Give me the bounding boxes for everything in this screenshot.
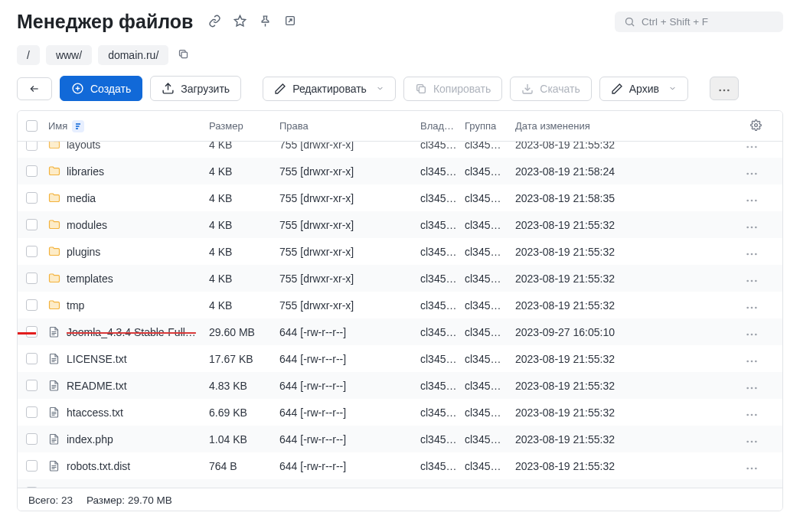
star-icon[interactable]	[233, 15, 247, 30]
cell-size: 17.67 KB	[206, 353, 276, 365]
archive-button[interactable]: Архив	[599, 77, 688, 101]
table-row[interactable]: htaccess.txt6.69 KB644 [-rw-r--r--]cl345…	[18, 399, 782, 426]
copy-path-icon[interactable]	[175, 45, 192, 65]
row-actions-icon[interactable]	[742, 219, 762, 231]
cell-owner: cl345…	[417, 380, 462, 392]
table-row[interactable]: web.config.txt2.90 KB644 [-rw-r--r--]cl3…	[18, 479, 782, 488]
table-row[interactable]: index.php1.04 KB644 [-rw-r--r--]cl345…cl…	[18, 426, 782, 452]
edit-button[interactable]: Редактировать	[263, 77, 396, 101]
svg-point-30	[755, 199, 757, 201]
download-label: Скачать	[540, 83, 580, 95]
row-actions-icon[interactable]	[742, 246, 762, 258]
table-body[interactable]: layouts4 KB755 [drwxr-xr-x]cl345…cl345…2…	[18, 142, 782, 488]
download-button[interactable]: Скачать	[510, 77, 592, 101]
cell-modified: 2023-08-19 21:55:32	[512, 142, 742, 151]
cell-perms: 644 [-rw-r--r--]	[276, 487, 417, 488]
table-row[interactable]: tmp4 KB755 [drwxr-xr-x]cl345…cl345…2023-…	[18, 292, 782, 318]
row-checkbox[interactable]	[26, 380, 38, 391]
svg-point-5	[626, 18, 633, 25]
cell-modified: 2023-08-19 21:55:32	[512, 246, 742, 258]
table-row[interactable]: plugins4 KB755 [drwxr-xr-x]cl345…cl345…2…	[18, 238, 782, 265]
cell-group: cl345…	[462, 165, 512, 178]
cell-group: cl345…	[462, 487, 512, 488]
cell-modified: 2023-09-27 16:05:10	[512, 326, 742, 338]
row-checkbox[interactable]	[26, 433, 38, 445]
column-group[interactable]: Группа	[462, 120, 512, 132]
column-perms[interactable]: Права	[276, 120, 417, 132]
table-row[interactable]: libraries4 KB755 [drwxr-xr-x]cl345…cl345…	[18, 158, 782, 184]
crumb-www[interactable]: www/	[46, 45, 92, 65]
more-button[interactable]	[710, 77, 739, 100]
column-owner[interactable]: Владе…	[417, 120, 462, 132]
chevron-down-icon	[376, 84, 384, 93]
table-row[interactable]: modules4 KB755 [drwxr-xr-x]cl345…cl345…2…	[18, 211, 782, 238]
table-header: Имя Размер Права Владе… Группа Дата изме…	[18, 111, 782, 142]
row-actions-icon[interactable]	[742, 142, 762, 151]
file-icon	[48, 353, 60, 365]
row-checkbox[interactable]	[26, 165, 38, 177]
link-icon[interactable]	[208, 15, 221, 30]
row-actions-icon[interactable]	[742, 433, 762, 446]
table-row[interactable]: templates4 KB755 [drwxr-xr-x]cl345…cl345…	[18, 265, 782, 292]
row-checkbox[interactable]	[26, 246, 38, 257]
row-checkbox[interactable]	[26, 353, 38, 364]
cell-owner: cl345…	[417, 142, 462, 151]
row-actions-icon[interactable]	[742, 192, 762, 204]
column-name[interactable]: Имя	[45, 120, 206, 132]
row-actions-icon[interactable]	[742, 326, 762, 338]
file-name: index.php	[67, 433, 113, 446]
row-actions-icon[interactable]	[742, 273, 762, 285]
copy-button[interactable]: Копировать	[403, 77, 502, 101]
svg-rect-13	[419, 86, 425, 93]
cell-group: cl345…	[462, 406, 512, 419]
search-input[interactable]: Ctrl + Shift + F	[615, 11, 783, 32]
cell-owner: cl345…	[417, 406, 462, 419]
table-row[interactable]: LICENSE.txt17.67 KB644 [-rw-r--r--]cl345…	[18, 345, 782, 372]
upload-button[interactable]: Загрузить	[150, 76, 241, 101]
row-checkbox[interactable]	[26, 460, 38, 472]
table-row[interactable]: robots.txt.dist764 B644 [-rw-r--r--]cl34…	[18, 452, 782, 479]
column-modified[interactable]: Дата изменения	[512, 120, 742, 132]
row-checkbox[interactable]	[26, 299, 38, 311]
folder-icon	[48, 219, 60, 231]
cell-modified: 2023-08-19 21:55:32	[512, 219, 742, 231]
cell-perms: 755 [drwxr-xr-x]	[276, 299, 417, 312]
pin-icon[interactable]	[259, 15, 272, 30]
row-actions-icon[interactable]	[742, 487, 762, 488]
cell-group: cl345…	[462, 273, 512, 285]
external-icon[interactable]	[284, 15, 296, 29]
row-actions-icon[interactable]	[742, 353, 762, 365]
back-button[interactable]	[17, 77, 52, 100]
create-button[interactable]: Создать	[60, 76, 142, 101]
row-checkbox[interactable]	[26, 192, 38, 204]
row-actions-icon[interactable]	[742, 460, 762, 472]
row-actions-icon[interactable]	[742, 165, 762, 178]
svg-point-15	[719, 90, 721, 92]
cell-owner: cl345…	[417, 460, 462, 472]
select-all-checkbox[interactable]	[26, 120, 38, 132]
svg-point-53	[751, 413, 753, 416]
cell-size: 4.83 KB	[206, 380, 276, 392]
row-checkbox[interactable]	[26, 273, 38, 284]
svg-point-44	[751, 333, 753, 335]
crumb-root[interactable]: /	[17, 45, 40, 65]
row-checkbox[interactable]	[26, 219, 38, 230]
column-size[interactable]: Размер	[206, 120, 276, 132]
crumb-domain[interactable]: domain.ru/	[98, 45, 168, 65]
table-footer: Всего: 23 Размер: 29.70 MB	[18, 488, 782, 511]
file-name: robots.txt.dist	[67, 460, 130, 472]
row-actions-icon[interactable]	[742, 406, 762, 419]
table-row[interactable]: layouts4 KB755 [drwxr-xr-x]cl345…cl345…2…	[18, 142, 782, 158]
row-actions-icon[interactable]	[742, 299, 762, 312]
folder-icon	[48, 142, 60, 151]
table-row[interactable]: media4 KB755 [drwxr-xr-x]cl345…cl345…202…	[18, 184, 782, 211]
row-checkbox[interactable]	[26, 487, 38, 488]
table-row[interactable]: Joomla_4.3.4 Stable-Full…29.60 MB644 [-r…	[18, 318, 782, 345]
row-checkbox[interactable]	[26, 142, 38, 151]
table-row[interactable]: README.txt4.83 KB644 [-rw-r--r--]cl345…c…	[18, 372, 782, 399]
row-actions-icon[interactable]	[742, 380, 762, 392]
cell-group: cl345…	[462, 460, 512, 472]
column-settings-icon[interactable]	[742, 119, 769, 133]
row-checkbox[interactable]	[26, 406, 38, 418]
svg-point-22	[746, 146, 749, 149]
